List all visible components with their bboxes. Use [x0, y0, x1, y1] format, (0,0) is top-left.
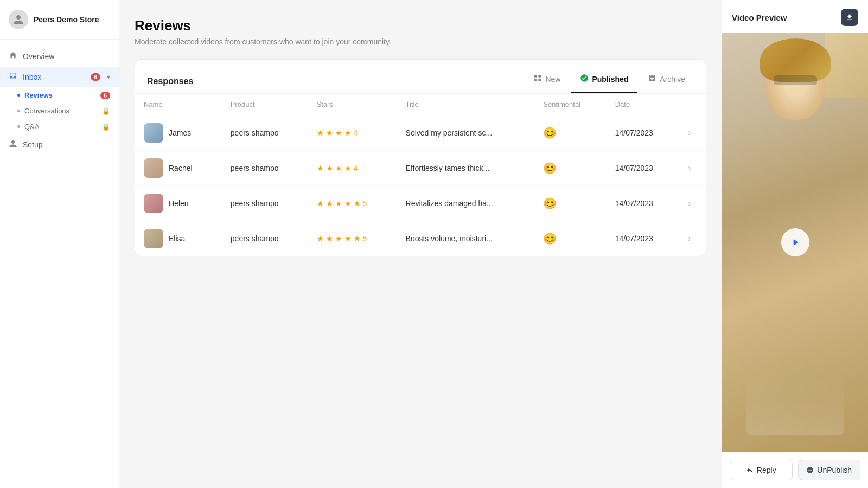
published-tab-label: Published	[592, 75, 628, 84]
cell-product-1: peers shampo	[222, 151, 308, 186]
table-row[interactable]: Elisa peers shampo ★★★★★ 5 Boosts volume…	[135, 221, 706, 256]
tab-archive[interactable]: Archive	[639, 69, 694, 93]
overview-label: Overview	[23, 52, 54, 61]
video-preview-title: Video Preview	[732, 13, 787, 22]
video-thumbnail[interactable]	[722, 33, 868, 452]
responses-title: Responses	[147, 76, 193, 86]
action-buttons: Reply UnPublish	[722, 452, 868, 488]
col-action	[679, 94, 706, 115]
new-tab-label: New	[545, 75, 560, 84]
cell-name-0: James	[135, 115, 222, 151]
row-chevron-icon-2[interactable]: ›	[688, 198, 691, 208]
sidebar-item-overview[interactable]: Overview	[0, 46, 119, 67]
store-avatar	[9, 10, 28, 29]
download-button[interactable]	[841, 9, 858, 26]
conversations-lock-icon: 🔒	[102, 107, 110, 115]
sentimental-icon-0: 😊	[543, 127, 557, 139]
cell-name-3: Elisa	[135, 221, 222, 256]
video-preview-header: Video Preview	[722, 0, 868, 33]
inbox-label: Inbox	[23, 73, 41, 81]
col-name: Name	[135, 94, 222, 115]
cell-product-0: peers shampo	[222, 115, 308, 151]
store-header[interactable]: Peers Demo Store	[0, 0, 119, 40]
reviews-table: Name Product Stars Title Sentimental Dat…	[135, 94, 706, 256]
setup-label: Setup	[23, 140, 43, 149]
sidebar-item-setup[interactable]: Setup	[0, 134, 119, 155]
cell-date-3: 14/07/2023	[607, 221, 679, 256]
table-row[interactable]: Rachel peers shampo ★★★★ 4 Effortlessly …	[135, 151, 706, 186]
cell-chevron-1[interactable]: ›	[679, 151, 706, 186]
sidebar-item-inbox[interactable]: Inbox 6 ▾	[0, 67, 119, 87]
sidebar-navigation: Overview Inbox 6 ▾ Reviews 6 Conversatio…	[0, 40, 119, 162]
svg-rect-0	[534, 75, 537, 78]
col-title: Title	[397, 94, 535, 115]
cell-chevron-3[interactable]: ›	[679, 221, 706, 256]
store-name: Peers Demo Store	[34, 15, 99, 24]
tab-new[interactable]: New	[525, 69, 569, 93]
cell-stars-0: ★★★★ 4	[308, 115, 397, 151]
cell-sentimental-2: 😊	[534, 186, 606, 221]
table-row[interactable]: Helen peers shampo ★★★★★ 5 Revitalizes d…	[135, 186, 706, 221]
inbox-icon	[9, 72, 17, 82]
svg-rect-2	[534, 79, 537, 81]
table-row[interactable]: James peers shampo ★★★★ 4 Solved my pers…	[135, 115, 706, 151]
cell-date-0: 14/07/2023	[607, 115, 679, 151]
sidebar: Peers Demo Store Overview Inbox 6 ▾ Revi…	[0, 0, 119, 488]
cell-chevron-0[interactable]: ›	[679, 115, 706, 151]
sentimental-icon-1: 😊	[543, 162, 557, 174]
reviews-dot-icon	[17, 94, 20, 97]
cell-product-2: peers shampo	[222, 186, 308, 221]
cell-name-1: Rachel	[135, 151, 222, 186]
reviews-label: Reviews	[24, 91, 53, 99]
row-chevron-icon-3[interactable]: ›	[688, 234, 691, 243]
user-avatar-2	[144, 194, 163, 213]
cell-stars-2: ★★★★★ 5	[308, 186, 397, 221]
cell-title-2: Revitalizes damaged ha...	[397, 186, 535, 221]
unpublish-button[interactable]: UnPublish	[798, 460, 861, 480]
archive-tab-icon	[648, 74, 656, 85]
conversations-dot-icon	[17, 110, 20, 112]
cell-sentimental-1: 😊	[534, 151, 606, 186]
unpublish-label: UnPublish	[817, 466, 852, 474]
tab-published[interactable]: Published	[571, 69, 637, 93]
user-name-1: Rachel	[169, 164, 193, 172]
setup-icon	[9, 139, 17, 150]
qa-lock-icon: 🔒	[102, 123, 110, 131]
reviews-badge: 6	[100, 92, 110, 99]
play-button[interactable]	[781, 228, 809, 256]
page-title: Reviews	[135, 17, 706, 34]
sentimental-icon-2: 😊	[543, 197, 557, 209]
sentimental-icon-3: 😊	[543, 233, 557, 245]
user-avatar-3	[144, 229, 163, 248]
reviews-tbody: James peers shampo ★★★★ 4 Solved my pers…	[135, 115, 706, 256]
sidebar-item-conversations[interactable]: Conversations 🔒	[0, 103, 119, 119]
main-content: Reviews Moderate collected videos from c…	[119, 0, 722, 488]
tab-group: New Published Archive	[525, 69, 694, 93]
inbox-badge: 6	[91, 73, 100, 81]
row-chevron-icon-0[interactable]: ›	[688, 128, 691, 137]
new-tab-icon	[533, 74, 542, 85]
row-chevron-icon-1[interactable]: ›	[688, 163, 691, 172]
cell-chevron-2[interactable]: ›	[679, 186, 706, 221]
cell-product-3: peers shampo	[222, 221, 308, 256]
table-header: Name Product Stars Title Sentimental Dat…	[135, 94, 706, 115]
cell-name-2: Helen	[135, 186, 222, 221]
cell-title-1: Effortlessly tames thick...	[397, 151, 535, 186]
responses-card: Responses New Published	[135, 59, 706, 256]
cell-sentimental-0: 😊	[534, 115, 606, 151]
col-date: Date	[607, 94, 679, 115]
cell-title-3: Boosts volume, moisturi...	[397, 221, 535, 256]
archive-tab-label: Archive	[660, 75, 685, 84]
col-sentimental: Sentimental	[534, 94, 606, 115]
reply-button[interactable]: Reply	[730, 460, 793, 480]
sidebar-item-reviews[interactable]: Reviews 6	[0, 87, 119, 103]
sidebar-item-qa[interactable]: Q&A 🔒	[0, 119, 119, 134]
qa-dot-icon	[17, 125, 20, 128]
cell-sentimental-3: 😊	[534, 221, 606, 256]
conversations-label: Conversations	[24, 107, 69, 115]
inbox-chevron-icon: ▾	[107, 73, 110, 81]
right-panel: Video Preview Reply UnPublish	[722, 0, 868, 488]
published-tab-icon	[580, 74, 589, 85]
user-name-3: Elisa	[169, 234, 185, 243]
cell-title-0: Solved my persistent sc...	[397, 115, 535, 151]
